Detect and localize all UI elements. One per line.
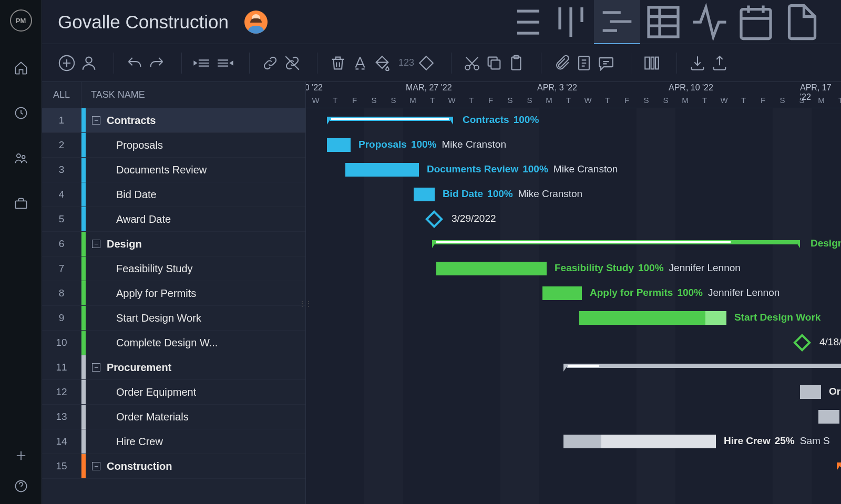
gantt-row[interactable] [306, 454, 841, 479]
task-bar[interactable] [414, 188, 435, 201]
phase-bar[interactable] [837, 462, 841, 470]
task-row[interactable]: 2Proposals [42, 133, 305, 158]
cut-icon[interactable] [463, 54, 481, 72]
task-row[interactable]: 4Bid Date [42, 182, 305, 207]
panel-resize-handle[interactable]: ⋮⋮ [303, 293, 308, 314]
task-bar[interactable] [345, 163, 419, 177]
color-indicator [81, 405, 86, 429]
svg-point-2 [22, 156, 25, 159]
delete-icon[interactable] [329, 54, 347, 72]
task-bar[interactable] [563, 435, 716, 448]
task-bar[interactable] [818, 410, 839, 424]
view-tab-board[interactable] [548, 0, 594, 44]
notes-icon[interactable] [575, 54, 593, 72]
day-label: F [753, 96, 773, 105]
task-row[interactable]: 12Order Equipment [42, 380, 305, 405]
milestone-icon[interactable] [417, 54, 435, 72]
week-label: APR, 10 '22 [669, 83, 713, 92]
task-row[interactable]: 11−Procurement [42, 355, 305, 380]
task-bar[interactable] [436, 262, 547, 275]
bar-label: Contracts100% [463, 114, 539, 126]
view-tab-activity[interactable] [686, 0, 733, 44]
task-row[interactable]: 9Start Design Work [42, 306, 305, 331]
people-icon[interactable] [14, 151, 28, 166]
task-bar[interactable] [579, 311, 726, 325]
column-header-all[interactable]: ALL [42, 82, 81, 108]
task-name-label: Procurement [107, 362, 171, 374]
fill-color-icon[interactable] [373, 54, 391, 72]
task-row[interactable]: 7Feasibility Study [42, 256, 305, 281]
columns-icon[interactable] [643, 54, 661, 72]
text-style-icon[interactable] [351, 54, 369, 72]
add-icon[interactable] [14, 448, 28, 463]
color-indicator [81, 306, 86, 330]
task-row[interactable]: 13Order Materials [42, 405, 305, 429]
day-label: F [345, 96, 364, 105]
column-header-taskname[interactable]: TASK NAME [81, 89, 145, 100]
task-name-label: Hire Crew [86, 436, 163, 448]
svg-point-10 [474, 65, 479, 70]
unlink-icon[interactable] [283, 54, 301, 72]
phase-bar[interactable] [563, 364, 841, 372]
collapse-toggle[interactable]: − [92, 116, 100, 125]
collapse-toggle[interactable]: − [92, 363, 100, 372]
phase-bar[interactable] [327, 117, 453, 125]
import-icon[interactable] [689, 54, 706, 72]
gantt-row[interactable] [306, 331, 841, 355]
add-task-icon[interactable] [58, 54, 76, 72]
gantt-chart[interactable]: , 20 '22MAR, 27 '22APR, 3 '22APR, 10 '22… [306, 82, 841, 504]
gantt-row[interactable] [306, 207, 841, 232]
task-row[interactable]: 5Award Date [42, 207, 305, 232]
view-tab-file[interactable] [779, 0, 825, 44]
day-label: T [598, 96, 617, 105]
view-tab-gantt[interactable] [594, 0, 640, 44]
link-icon[interactable] [261, 54, 279, 72]
app-logo[interactable]: PM [10, 9, 32, 32]
day-label: S [364, 96, 384, 105]
assign-user-icon[interactable] [80, 54, 98, 72]
indent-icon[interactable] [216, 54, 233, 72]
day-label: M [539, 96, 559, 105]
home-icon[interactable] [14, 60, 28, 75]
day-label: T [559, 96, 578, 105]
task-bar[interactable] [327, 138, 351, 152]
collapse-toggle[interactable]: − [92, 240, 100, 248]
milestone-date-label: 3/29/2022 [452, 213, 496, 224]
task-name-label: Award Date [86, 213, 171, 225]
task-row[interactable]: 10Complete Design W... [42, 331, 305, 355]
comment-icon[interactable] [597, 54, 615, 72]
gantt-row[interactable] [306, 380, 841, 405]
view-tab-sheet[interactable] [640, 0, 686, 44]
task-row[interactable]: 6−Design [42, 232, 305, 256]
paste-icon[interactable] [507, 54, 525, 72]
task-row[interactable]: 15−Construction [42, 454, 305, 479]
clock-icon[interactable] [14, 106, 28, 120]
export-icon[interactable] [711, 54, 729, 72]
undo-icon[interactable] [126, 54, 143, 72]
row-number: 4 [42, 182, 81, 207]
view-tab-list[interactable] [501, 0, 548, 44]
color-indicator [81, 133, 86, 157]
week-label: MAR, 27 '22 [406, 83, 452, 92]
briefcase-icon[interactable] [14, 196, 28, 211]
attachment-icon[interactable] [553, 54, 571, 72]
day-label: M [403, 96, 423, 105]
task-bar[interactable] [800, 385, 821, 399]
collapse-toggle[interactable]: − [92, 462, 100, 470]
gantt-row[interactable] [306, 405, 841, 429]
svg-rect-3 [15, 201, 26, 208]
task-row[interactable]: 14Hire Crew [42, 429, 305, 454]
outdent-icon[interactable] [193, 54, 211, 72]
copy-icon[interactable] [485, 54, 503, 72]
task-row[interactable]: 1−Contracts [42, 108, 305, 133]
project-title: Govalle Construction [58, 12, 229, 33]
user-avatar[interactable] [244, 11, 268, 34]
help-icon[interactable] [14, 479, 28, 493]
redo-icon[interactable] [148, 54, 166, 72]
phase-bar[interactable] [432, 240, 800, 248]
task-row[interactable]: 8Apply for Permits [42, 281, 305, 306]
task-bar[interactable] [542, 286, 582, 300]
view-tab-calendar[interactable] [733, 0, 779, 44]
day-label: T [423, 96, 442, 105]
task-row[interactable]: 3Documents Review [42, 158, 305, 182]
